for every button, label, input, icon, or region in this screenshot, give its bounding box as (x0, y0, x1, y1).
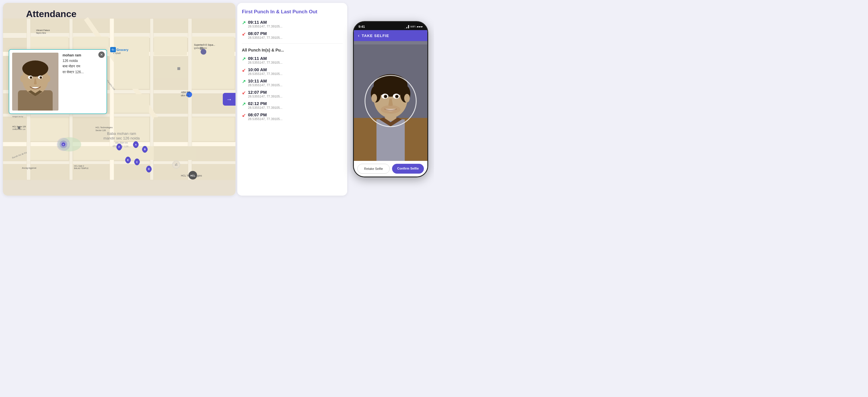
punch-time-1: 09:11 AM (248, 56, 282, 61)
svg-point-103 (46, 75, 50, 82)
svg-text:Anurag Aggarwal: Anurag Aggarwal (22, 167, 36, 169)
punch-item-1: ↗ 09:11 AM 28.5355147, 77.39105... (242, 56, 343, 64)
last-punch-out: ↙ 08:07 PM 28.5355147, 77.39105... (242, 31, 343, 39)
punch-coords-1: 28.5355147, 77.39105... (248, 61, 282, 64)
popup-addr2: बाबा मोहन राम (62, 64, 84, 69)
section-divider (242, 43, 343, 44)
close-popup-button[interactable]: ✕ (98, 52, 105, 58)
punch-coords-2: 28.5355147, 77.39105... (248, 72, 282, 75)
punch-in-arrow: ↗ (242, 20, 246, 26)
svg-point-43 (200, 49, 206, 55)
svg-text:Supertech E Squa...: Supertech E Squa... (194, 44, 215, 46)
panel-title: First Punch In & Last Punch Out (242, 9, 343, 15)
popup-name: mohan ram (62, 53, 84, 58)
page-title: Attendance (26, 9, 76, 20)
svg-rect-27 (154, 94, 187, 113)
punch-panel: First Punch In & Last Punch Out ↗ 09:11 … (237, 3, 347, 195)
svg-text:A: A (135, 144, 136, 146)
svg-point-106 (30, 77, 32, 79)
svg-rect-22 (154, 59, 187, 78)
punch-out-arrow: ↙ (242, 31, 246, 37)
svg-text:ॐ: ॐ (175, 163, 178, 166)
map-panel: Attendance (3, 3, 236, 195)
svg-text:विक्रांत पैलेस: विक्रांत पैलेस (36, 32, 46, 34)
svg-text:E: E (127, 159, 129, 161)
svg-rect-7 (3, 161, 236, 164)
phone-container: 9:41 ▐▐▐ WiFi ▰▰▰ ‹ TAKE SELFIE (350, 3, 431, 195)
phone-mockup: 9:41 ▐▐▐ WiFi ▰▰▰ ‹ TAKE SELFIE (353, 21, 428, 177)
first-in-time: 09:11 AM (248, 20, 282, 25)
retake-selfie-button[interactable]: Retake Selfie (357, 164, 390, 174)
svg-point-101 (22, 60, 48, 77)
svg-rect-37 (177, 67, 180, 70)
svg-rect-28 (30, 117, 68, 141)
person-photo (12, 53, 58, 111)
all-punches-title: All Punch In(s) & Pu... (242, 48, 343, 52)
punch-coords-3: 28.5355147, 77.39105... (248, 83, 282, 87)
punch-time-3: 10:11 AM (248, 79, 282, 83)
punch-coords-6: 28.5355147, 77.39105... (248, 117, 282, 121)
svg-point-107 (40, 77, 42, 79)
punch-item-5: ↗ 02:12 PM 28.5355147, 77.39105... (242, 101, 343, 110)
arrow-in-5: ↗ (242, 101, 246, 107)
arrow-in-3: ↗ (242, 79, 246, 84)
svg-text:F: F (118, 146, 120, 148)
svg-text:Amigo's inn by: Amigo's inn by (12, 116, 23, 118)
status-time: 9:41 (359, 25, 365, 28)
back-button[interactable]: ‹ (358, 33, 359, 38)
battery-icon: ▰▰▰ (416, 25, 423, 28)
svg-text:BALAJI TEMPLE: BALAJI TEMPLE (74, 167, 89, 169)
punch-item-2: ↙ 10:00 AM 28.5355147, 77.39105... (242, 67, 343, 75)
svg-text:HCL Gate 2: HCL Gate 2 (74, 165, 84, 167)
phone-notch (373, 22, 408, 28)
phone-header: ‹ TAKE SELFIE (354, 30, 427, 41)
svg-text:B: B (144, 148, 146, 151)
punch-coords-5: 28.5355147, 77.39105... (248, 106, 282, 110)
phone-screen: ‹ TAKE SELFIE (354, 30, 427, 177)
photo-popup: ✕ (9, 49, 107, 114)
confirm-selfie-button[interactable]: Confirm Selfie (392, 164, 424, 174)
arrow-out-6: ↙ (242, 113, 246, 118)
selfie-area (354, 41, 427, 161)
punch-time-5: 02:12 PM (248, 101, 282, 106)
arrow-out-4: ↙ (242, 90, 246, 95)
svg-text:⊕: ⊕ (62, 143, 64, 146)
svg-text:Vikrant Palace: Vikrant Palace (36, 29, 50, 32)
svg-rect-34 (73, 146, 154, 160)
svg-text:एबीएम पीजी: एबीएम पीजी (181, 95, 189, 97)
svg-text:Baba mohan ram: Baba mohan ram (107, 131, 136, 136)
svg-text:ग ग्रोसरी: ग ग्रोसरी (113, 52, 120, 55)
svg-rect-18 (73, 36, 109, 51)
svg-point-102 (20, 75, 25, 82)
last-out-time: 08:07 PM (248, 31, 282, 36)
first-in-coords: 28.5355147, 77.39105... (248, 25, 282, 28)
punch-item-3: ↗ 10:11 AM 28.5355147, 77.39105... (242, 79, 343, 87)
popup-info: mohan ram 126 noida बाबा मोहन राम दर सेक… (61, 53, 84, 75)
arrow-in-1: ↗ (242, 56, 246, 62)
phone-bottom-bar: Retake Selfie Confirm Selfie (354, 161, 427, 177)
arrow-out-2: ↙ (242, 67, 246, 73)
svg-text:C: C (136, 161, 138, 163)
first-punch-in: ↗ 09:11 AM 28.5355147, 77.39105... (242, 20, 343, 28)
punch-time-2: 10:00 AM (248, 67, 282, 72)
svg-text:बाबा मोहन राम: बाबा मोहन राम (115, 141, 128, 144)
face-circle-overlay (365, 75, 416, 127)
punch-time-6: 08:07 PM (248, 112, 282, 117)
svg-rect-15 (30, 36, 68, 51)
svg-text:mandir sec 126 noida: mandir sec 126 noida (103, 136, 140, 140)
svg-text:सुपरटेक ए स्क्वायर: सुपरटेक ए स्क्वायर (193, 47, 207, 50)
map-arrow-button[interactable]: → (223, 93, 236, 105)
svg-rect-32 (192, 117, 235, 141)
punch-item-6: ↙ 08:07 PM 28.5355147, 77.39105... (242, 112, 343, 121)
svg-text:G Grocery: G Grocery (113, 48, 128, 52)
wifi-icon: WiFi (410, 25, 415, 28)
svg-rect-35 (154, 146, 197, 160)
popup-addr1: 126 noida (62, 58, 84, 64)
svg-text:Sector 126: Sector 126 (95, 129, 106, 132)
svg-rect-26 (114, 94, 149, 113)
popup-addr3: दर सेक्टर 126... (62, 69, 84, 75)
svg-text:HCL: HCL (190, 175, 195, 177)
phone-home-indicator (354, 177, 427, 177)
svg-rect-76 (18, 126, 20, 129)
last-out-coords: 28.5355147, 77.39105... (248, 36, 282, 39)
